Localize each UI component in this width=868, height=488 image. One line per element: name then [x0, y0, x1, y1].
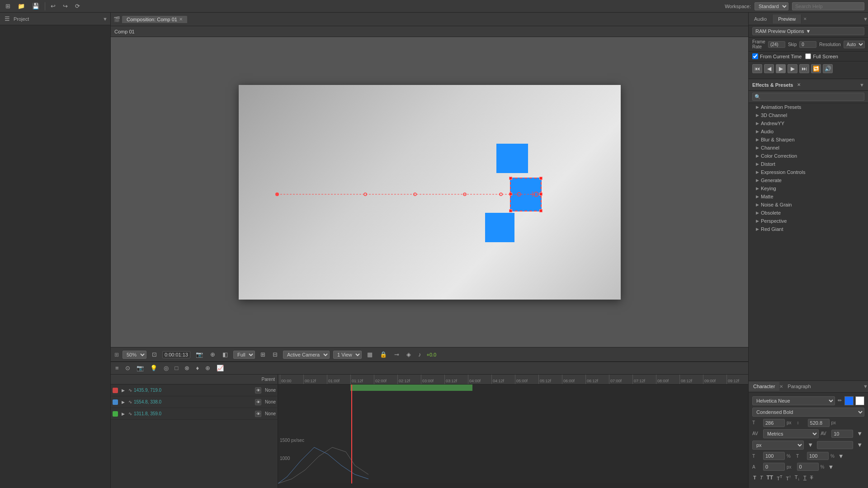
- layer-vis-2[interactable]: 👁: [255, 399, 261, 405]
- sub-btn[interactable]: T↓: [794, 474, 801, 482]
- font-style-icon[interactable]: ✏: [837, 397, 843, 404]
- underline-btn[interactable]: T: [802, 474, 807, 481]
- handle-tl[interactable]: [509, 177, 512, 180]
- leading-input[interactable]: [808, 419, 830, 427]
- layer-vis-3[interactable]: 👁: [255, 411, 261, 417]
- viewer-audio-icon[interactable]: ♪: [416, 350, 423, 359]
- blue-square-selected[interactable]: [510, 178, 542, 211]
- tracking-type-select[interactable]: Metrics: [763, 429, 819, 438]
- tl-adj-icon[interactable]: ⊗: [183, 364, 191, 372]
- layer-vals-1[interactable]: 1435.9, 719.0: [134, 388, 161, 393]
- undo-icon[interactable]: ↩: [49, 2, 57, 10]
- new-project-icon[interactable]: ⊞: [4, 2, 12, 10]
- viewer-lock-icon[interactable]: 🔒: [378, 350, 389, 359]
- tab-paragraph[interactable]: Paragraph: [783, 382, 815, 391]
- px-right-icon[interactable]: ▼: [855, 441, 864, 449]
- px-unit-select[interactable]: px: [752, 441, 804, 450]
- baseline-input[interactable]: [763, 463, 785, 471]
- viewer-view-select[interactable]: 1 View: [333, 351, 362, 359]
- list-item[interactable]: ▶Color Correction: [749, 152, 868, 160]
- list-item[interactable]: ▶AndrewYY: [749, 119, 868, 127]
- effects-close[interactable]: ✕: [797, 82, 801, 87]
- work-area-bar[interactable]: [350, 385, 472, 391]
- effects-collapse[interactable]: ▼: [859, 82, 864, 88]
- scale-arrow-icon[interactable]: ▼: [836, 452, 846, 460]
- timeline-hscroll[interactable]: [278, 483, 748, 488]
- list-item[interactable]: ▶3D Channel: [749, 111, 868, 119]
- list-item[interactable]: ▶Distort: [749, 160, 868, 168]
- list-item[interactable]: ▶Expression Controls: [749, 168, 868, 176]
- tl-layers-icon[interactable]: ≡: [113, 364, 121, 372]
- tl-solo-icon[interactable]: ⊙: [123, 364, 132, 372]
- handle-ml[interactable]: [509, 192, 512, 196]
- px-val-input[interactable]: [817, 441, 853, 449]
- font-color-box-2[interactable]: [855, 396, 864, 405]
- playhead[interactable]: [351, 385, 352, 483]
- list-item[interactable]: ▶Noise & Grain: [749, 201, 868, 209]
- list-item[interactable]: ▶Obsolete: [749, 209, 868, 217]
- viewer-fit-icon[interactable]: ⊡: [150, 350, 159, 359]
- super-btn[interactable]: T↑: [785, 474, 792, 482]
- prev-frame-btn[interactable]: ◀: [764, 64, 774, 73]
- list-item[interactable]: ▶Audio: [749, 127, 868, 136]
- tab-character[interactable]: Character: [749, 382, 779, 391]
- left-panel-collapse[interactable]: ▼: [103, 16, 108, 22]
- layer-vals-2[interactable]: 1554.8, 338.0: [134, 399, 161, 404]
- smallcaps-btn[interactable]: TT: [776, 474, 783, 482]
- layer-expand-3[interactable]: ▶: [120, 411, 127, 417]
- viewer-overlay-icon[interactable]: ⊟: [271, 350, 279, 359]
- list-item[interactable]: ▶Red Giant: [749, 225, 868, 233]
- skip-to-start-btn[interactable]: ⏮: [752, 64, 762, 73]
- panel-tab-close[interactable]: ✕: [803, 17, 807, 21]
- tl-null-icon[interactable]: ◎: [162, 364, 170, 372]
- left-panel-menu-icon[interactable]: ☰: [3, 14, 12, 23]
- right-panel-collapse[interactable]: ▼: [863, 16, 868, 22]
- tab-audio[interactable]: Audio: [749, 14, 773, 23]
- open-project-icon[interactable]: 📁: [16, 2, 27, 10]
- viewer-camera-icon[interactable]: 📷: [194, 350, 205, 359]
- hscale-input[interactable]: [763, 452, 785, 460]
- strikethrough-btn[interactable]: T: [809, 474, 814, 481]
- next-frame-btn[interactable]: ▶: [788, 64, 797, 73]
- comp-tab-close[interactable]: ✕: [179, 17, 183, 22]
- search-help-input[interactable]: [792, 2, 864, 10]
- tracking-val-input[interactable]: [831, 430, 853, 438]
- viewer-snap-icon[interactable]: ⊕: [208, 350, 217, 359]
- breadcrumb-comp01[interactable]: Comp 01: [114, 29, 135, 34]
- frame-rate-input[interactable]: [768, 41, 785, 48]
- tl-lights-icon[interactable]: 💡: [148, 364, 159, 372]
- layer-vals-3[interactable]: 1311.8, 359.0: [134, 411, 161, 416]
- loop-btn[interactable]: 🔁: [811, 64, 821, 73]
- from-current-time-checkbox-label[interactable]: From Current Time: [752, 53, 802, 59]
- from-current-time-checkbox[interactable]: [752, 53, 758, 59]
- audio-btn[interactable]: 🔊: [823, 64, 833, 73]
- font-color-box[interactable]: [844, 396, 854, 405]
- viewer-layout-icon[interactable]: ▦: [365, 350, 374, 359]
- table-row[interactable]: ▶ ∿ 1435.9, 719.0 👁 None: [111, 385, 278, 396]
- tl-camera-icon[interactable]: 📷: [135, 364, 146, 372]
- italic-btn[interactable]: T: [759, 474, 764, 481]
- ram-preview-opts-btn[interactable]: RAM Preview Options ▼: [752, 27, 864, 35]
- char-tab-close[interactable]: ✕: [779, 384, 783, 389]
- list-item[interactable]: ▶Channel: [749, 144, 868, 152]
- table-row[interactable]: ▶ ∿ 1311.8, 359.0 👁 None: [111, 408, 278, 420]
- redo2-icon[interactable]: ⟳: [73, 2, 82, 10]
- handle-tr[interactable]: [539, 177, 542, 180]
- effects-search-input[interactable]: [752, 93, 864, 101]
- redo-icon[interactable]: ↪: [61, 2, 70, 10]
- tab-preview[interactable]: Preview: [773, 14, 802, 23]
- char-panel-collapse[interactable]: ▼: [863, 384, 868, 389]
- viewer-camera-select[interactable]: Active Camera: [283, 351, 330, 359]
- layer-expand-2[interactable]: ▶: [120, 399, 127, 405]
- layer-expand-1[interactable]: ▶: [120, 387, 127, 394]
- full-screen-checkbox[interactable]: [805, 53, 811, 59]
- tracking-arrow-icon[interactable]: ▼: [855, 429, 864, 438]
- handle-bl[interactable]: [509, 209, 512, 212]
- skip-input[interactable]: [799, 41, 816, 48]
- list-item[interactable]: ▶Keying: [749, 184, 868, 192]
- viewer-alpha-icon[interactable]: ◧: [221, 350, 230, 359]
- layer-vis-1[interactable]: 👁: [255, 387, 261, 394]
- tl-shape-icon[interactable]: □: [173, 364, 180, 372]
- handle-br[interactable]: [539, 209, 542, 212]
- viewer-quality-select[interactable]: Full: [233, 351, 255, 359]
